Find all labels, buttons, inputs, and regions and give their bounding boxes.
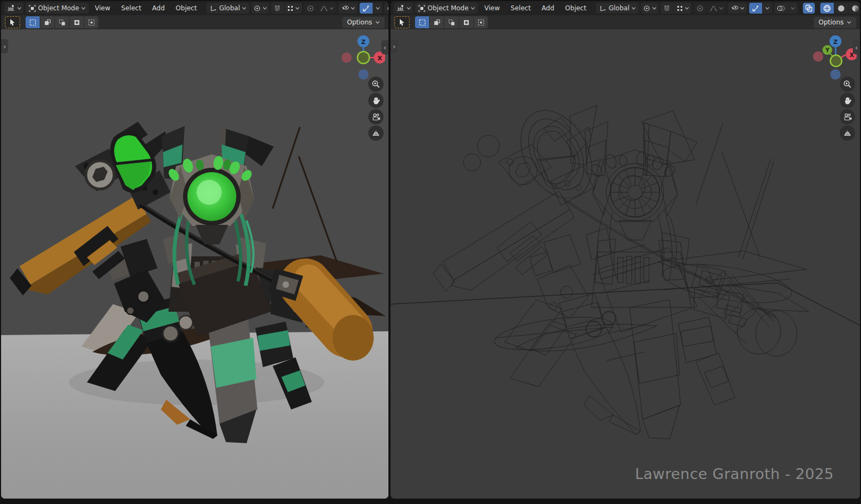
menu-view[interactable]: View <box>91 4 115 12</box>
gizmo-arrows-icon <box>752 5 759 12</box>
select-extend-button[interactable] <box>40 16 55 28</box>
show-overlays-toggle[interactable] <box>774 3 788 14</box>
perspective-ortho-button[interactable] <box>368 125 384 141</box>
xray-toggle[interactable] <box>803 3 815 14</box>
menu-select[interactable]: Select <box>506 4 535 12</box>
zoom-button[interactable] <box>840 77 855 92</box>
falloff-curve-icon <box>709 5 718 12</box>
toolbar-expand-tab[interactable]: › <box>391 39 398 53</box>
editor-type-button[interactable] <box>4 3 23 14</box>
snap-settings-dropdown[interactable] <box>673 3 692 14</box>
shading-solid-button[interactable] <box>834 3 848 14</box>
chevron-down-icon <box>632 7 636 10</box>
pivot-point-dropdown[interactable] <box>641 3 658 14</box>
menu-view[interactable]: View <box>480 4 504 12</box>
snap-toggle-button[interactable] <box>661 3 673 14</box>
select-intersect-button[interactable] <box>474 16 488 28</box>
overlays-group <box>774 3 797 14</box>
camera-view-button[interactable] <box>368 109 384 124</box>
chevron-down-icon <box>471 7 475 10</box>
show-gizmo-toggle[interactable] <box>360 3 373 14</box>
snap-increment-icon <box>287 5 294 12</box>
pan-button[interactable] <box>368 93 384 108</box>
mode-dropdown[interactable]: Object Mode <box>26 3 89 14</box>
show-gizmo-toggle[interactable] <box>749 3 762 14</box>
viewport-left-canvas[interactable] <box>1 29 388 499</box>
select-set-button[interactable] <box>415 16 430 28</box>
transform-orientation-dropdown[interactable]: Global <box>596 3 638 14</box>
object-visibility-dropdown[interactable] <box>338 3 357 14</box>
object-visibility-dropdown[interactable] <box>728 3 747 14</box>
chevron-down-icon <box>376 7 380 10</box>
active-tool-tweak-button[interactable] <box>5 16 20 28</box>
chevron-down-icon <box>330 7 334 10</box>
solid-shaded-scene <box>1 29 388 499</box>
menu-add[interactable]: Add <box>148 4 169 12</box>
menu-object[interactable]: Object <box>561 4 590 12</box>
artist-watermark: Lawrence Granroth - 2025 <box>635 465 834 482</box>
grid-dome-icon <box>843 129 852 137</box>
pan-button[interactable] <box>840 93 855 108</box>
orientation-label: Global <box>608 4 629 12</box>
select-extend-icon <box>433 19 441 26</box>
tool-settings-right: Options <box>391 15 860 29</box>
transform-orientation-dropdown[interactable]: Global <box>206 3 249 14</box>
options-label: Options <box>347 18 372 26</box>
select-extend-button[interactable] <box>430 16 444 28</box>
navigation-axis-gizmo[interactable]: Z Y X <box>811 33 857 83</box>
options-dropdown[interactable]: Options <box>814 17 856 28</box>
zoom-button[interactable] <box>368 77 384 92</box>
select-intersect-button[interactable] <box>84 16 98 28</box>
falloff-curve-icon <box>320 5 328 12</box>
chevron-down-icon <box>351 7 355 10</box>
sidebar-expand-tab[interactable]: ‹ <box>381 40 388 54</box>
hand-icon <box>844 96 852 105</box>
sidebar-expand-tab[interactable]: ‹ <box>853 40 860 54</box>
viewport-left-header: Object Mode View Select Add Object Globa… <box>1 1 388 15</box>
editor-type-button[interactable] <box>394 3 413 14</box>
menu-select[interactable]: Select <box>117 4 146 12</box>
select-set-button[interactable] <box>26 16 40 28</box>
proportional-falloff-dropdown[interactable] <box>317 3 336 14</box>
navigation-axis-gizmo[interactable]: Z X <box>340 33 385 83</box>
mode-label: Object Mode <box>38 4 79 12</box>
proportional-edit-toggle[interactable] <box>304 3 317 14</box>
chevron-down-icon <box>296 7 299 10</box>
gizmo-settings-dropdown[interactable] <box>373 3 382 14</box>
shading-wireframe-button[interactable] <box>820 3 834 14</box>
menu-add[interactable]: Add <box>537 4 558 12</box>
axis-y-front-ball[interactable] <box>357 52 369 64</box>
xray-icon <box>805 4 813 12</box>
select-box-icon <box>29 19 36 26</box>
toolbar-expand-tab[interactable]: › <box>1 39 8 53</box>
axis-minus-x-ball[interactable] <box>813 52 824 62</box>
select-subtract-button[interactable] <box>55 16 70 28</box>
proportional-falloff-dropdown[interactable] <box>706 3 726 14</box>
proportional-edit-toggle[interactable] <box>694 3 706 14</box>
camera-view-button[interactable] <box>840 109 855 124</box>
snap-toggle-button[interactable] <box>271 3 284 14</box>
select-invert-button[interactable] <box>459 16 474 28</box>
show-overlays-toggle[interactable] <box>385 3 388 14</box>
options-dropdown[interactable]: Options <box>342 17 385 28</box>
gizmo-settings-dropdown[interactable] <box>762 3 772 14</box>
mode-label: Object Mode <box>428 4 469 12</box>
viewport-right-canvas[interactable]: Lawrence Granroth - 2025 <box>391 29 860 499</box>
pivot-point-dropdown[interactable] <box>252 3 269 14</box>
camera-icon <box>372 113 381 121</box>
select-invert-icon <box>463 19 470 26</box>
perspective-ortho-button[interactable] <box>840 125 855 141</box>
axis-minus-z-ball[interactable] <box>831 70 841 80</box>
axis-minus-y-front-ball[interactable] <box>831 55 842 67</box>
snap-settings-dropdown[interactable] <box>284 3 302 14</box>
axis-minus-x-ball[interactable] <box>342 53 352 63</box>
overlays-dropdown[interactable] <box>788 3 797 14</box>
select-invert-button[interactable] <box>70 16 84 28</box>
mode-dropdown[interactable]: Object Mode <box>415 3 478 14</box>
select-subtract-button[interactable] <box>444 16 459 28</box>
shading-material-button[interactable] <box>848 3 860 14</box>
active-tool-tweak-button[interactable] <box>394 16 410 28</box>
axis-minus-z-ball[interactable] <box>359 70 369 80</box>
menu-object[interactable]: Object <box>171 4 201 12</box>
viewport-left: Object Mode View Select Add Object Globa… <box>1 1 388 499</box>
